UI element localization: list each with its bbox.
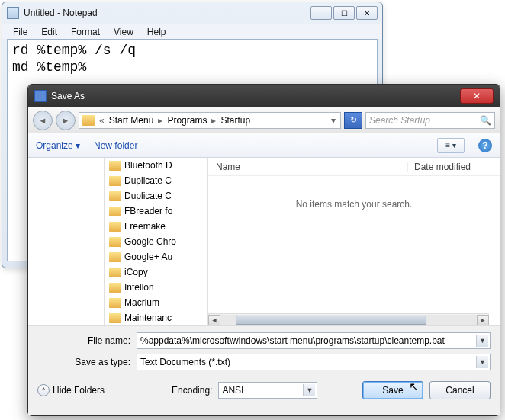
folder-name: Google Chro xyxy=(124,236,176,247)
folder-item[interactable]: Maintenanc xyxy=(105,310,207,325)
folder-item[interactable]: Duplicate C xyxy=(105,173,207,188)
new-folder-button[interactable]: New folder xyxy=(94,140,137,151)
nav-back-button[interactable]: ◄ xyxy=(33,111,53,130)
folder-item[interactable]: Freemake xyxy=(105,219,207,234)
folder-item[interactable]: Google+ Au xyxy=(105,249,207,265)
breadcrumb-seg-0[interactable]: Start Menu xyxy=(106,115,157,126)
address-breadcrumb[interactable]: « Start Menu ▸ Programs ▸ Startup ▾ xyxy=(79,112,341,129)
menu-file[interactable]: File xyxy=(7,25,34,39)
encoding-select[interactable]: ANSI ▼ xyxy=(218,382,317,399)
folder-icon xyxy=(109,191,121,201)
breadcrumb-seg-2[interactable]: Startup xyxy=(217,115,253,126)
folder-icon xyxy=(109,237,121,247)
search-placeholder: Search Startup xyxy=(369,115,430,126)
search-input[interactable]: Search Startup 🔍 xyxy=(365,112,495,129)
filename-label: File name: xyxy=(37,335,137,346)
cancel-button[interactable]: Cancel xyxy=(429,381,491,399)
empty-message: No items match your search. xyxy=(208,199,500,210)
help-button[interactable]: ? xyxy=(478,139,492,152)
saveas-navbar: ◄ ► « Start Menu ▸ Programs ▸ Startup ▾ … xyxy=(28,107,500,133)
folder-name: iCopy xyxy=(124,267,148,277)
chevron-down-icon[interactable]: ▼ xyxy=(476,335,488,347)
notepad-menubar: File Edit Format View Help xyxy=(2,24,382,39)
close-button[interactable]: ✕ xyxy=(356,6,378,20)
menu-view[interactable]: View xyxy=(108,25,140,39)
folder-name: Bluetooth D xyxy=(124,160,172,171)
folder-item[interactable]: FBreader fo xyxy=(105,204,207,219)
notepad-titlebar[interactable]: Untitled - Notepad — ☐ ✕ xyxy=(2,2,382,24)
chevron-up-icon: ^ xyxy=(37,384,50,396)
chevron-down-icon[interactable]: ▼ xyxy=(303,384,315,396)
folder-icon xyxy=(109,176,121,186)
folder-name: Maintenanc xyxy=(124,313,172,323)
minimize-button[interactable]: — xyxy=(310,6,332,20)
refresh-button[interactable]: ↻ xyxy=(344,112,362,129)
folder-icon xyxy=(109,252,121,262)
saveas-toolbar: Organize ▾ New folder ≡ ▾ ? xyxy=(28,133,500,158)
saveas-close-button[interactable]: ✕ xyxy=(460,88,494,104)
folder-icon xyxy=(109,313,121,323)
folder-name: Duplicate C xyxy=(124,175,172,186)
folder-item[interactable]: Duplicate C xyxy=(105,188,207,204)
saveas-titlebar[interactable]: Save As ✕ xyxy=(28,85,500,107)
notepad-title: Untitled - Notepad xyxy=(24,8,310,18)
folder-icon xyxy=(109,298,121,308)
column-name[interactable]: Name xyxy=(208,162,408,172)
folder-item[interactable]: Macrium xyxy=(105,295,207,310)
folder-icon xyxy=(109,268,121,277)
breadcrumb-seg-1[interactable]: Programs xyxy=(164,115,210,126)
folder-icon xyxy=(109,161,121,171)
horizontal-scrollbar[interactable]: ◄ ► xyxy=(208,313,489,325)
type-label: Save as type: xyxy=(37,357,137,367)
save-button[interactable]: Save xyxy=(362,381,423,399)
saveas-title-text: Save As xyxy=(51,91,460,101)
folder-item[interactable]: Google Chro xyxy=(105,234,207,249)
folder-name: Duplicate C xyxy=(124,191,172,201)
nav-tree[interactable] xyxy=(28,158,105,325)
folder-name: FBreader fo xyxy=(124,206,172,216)
notepad-icon xyxy=(7,7,19,19)
menu-edit[interactable]: Edit xyxy=(35,25,63,39)
folder-icon xyxy=(109,222,121,232)
folder-item[interactable]: iCopy xyxy=(105,265,207,280)
view-options-button[interactable]: ≡ ▾ xyxy=(437,138,465,153)
filename-input[interactable]: %appdata%\microsoft\windows\start menu\p… xyxy=(137,332,491,349)
folder-name: Freemake xyxy=(124,221,166,232)
folder-tree[interactable]: Bluetooth DDuplicate CDuplicate CFBreade… xyxy=(105,158,208,325)
maximize-button[interactable]: ☐ xyxy=(333,6,355,20)
save-as-dialog: Save As ✕ ◄ ► « Start Menu ▸ Programs ▸ … xyxy=(27,84,500,416)
encoding-label: Encoding: xyxy=(172,385,212,396)
menu-help[interactable]: Help xyxy=(141,25,172,39)
menu-format[interactable]: Format xyxy=(65,25,106,39)
column-date[interactable]: Date modified xyxy=(408,162,500,172)
file-list[interactable]: Name Date modified No items match your s… xyxy=(208,158,500,325)
folder-icon xyxy=(109,207,121,216)
folder-item[interactable]: Bluetooth D xyxy=(105,158,207,173)
folder-name: Google+ Au xyxy=(124,252,172,262)
chevron-down-icon[interactable]: ▼ xyxy=(476,356,488,368)
nav-forward-button[interactable]: ► xyxy=(56,111,76,130)
folder-item[interactable]: Intellon xyxy=(105,280,207,295)
folder-name: Macrium xyxy=(124,297,159,308)
save-icon xyxy=(34,90,47,102)
hide-folders-toggle[interactable]: ^ Hide Folders xyxy=(37,384,105,396)
type-select[interactable]: Text Documents (*.txt) ▼ xyxy=(137,354,491,370)
folder-icon xyxy=(109,283,121,293)
organize-button[interactable]: Organize ▾ xyxy=(36,140,80,151)
folder-name: Intellon xyxy=(124,282,154,293)
search-icon: 🔍 xyxy=(480,115,491,126)
folder-icon xyxy=(82,115,95,126)
